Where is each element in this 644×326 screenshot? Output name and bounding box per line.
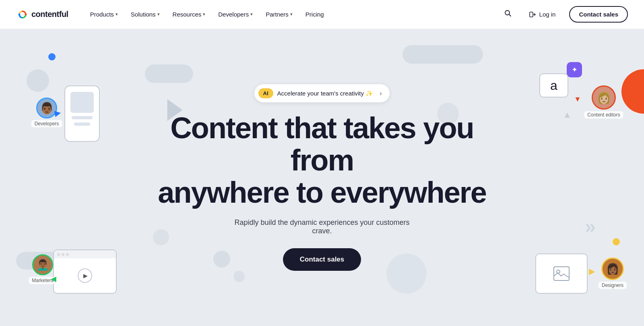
- phone-image-rect: [70, 92, 94, 113]
- browser-mockup: ▶: [53, 249, 117, 294]
- bbar-dot-1: [57, 253, 60, 256]
- yellow-arrow-icon: ▶: [589, 266, 595, 276]
- search-button[interactable]: [501, 6, 515, 23]
- developers-card: 👨🏾 Developers ▶: [40, 85, 105, 150]
- ai-badge-text: Accelerate your team's creativity ✨: [277, 90, 374, 97]
- logo-text: contentful: [31, 10, 68, 19]
- nav-item-pricing[interactable]: Pricing: [300, 8, 330, 21]
- marketer-avatar: 👨🏾‍🦱: [32, 254, 53, 275]
- svg-rect-4: [530, 12, 533, 17]
- hero-subtitle: Rapidly build the dynamic experiences yo…: [229, 218, 415, 235]
- deco-pill-2: [402, 45, 483, 64]
- editors-label: Content editors: [584, 111, 623, 118]
- editor-avatar-wrap: 👩🏼 Content editors: [592, 85, 616, 110]
- browser-body: ▶: [54, 258, 116, 293]
- developer-avatar: 👨🏾: [36, 98, 57, 118]
- editor-avatar: 👩🏼: [592, 85, 616, 110]
- yellow-dot: [613, 238, 620, 245]
- deco-circle-4: [233, 271, 245, 282]
- designer-avatar: 👩🏾: [601, 257, 624, 280]
- nav-item-solutions[interactable]: Solutions ▾: [125, 8, 165, 21]
- image-mockup: [535, 253, 588, 294]
- hero-title: Content that takes you from anywhere to …: [157, 112, 487, 209]
- nav-links: Products ▾ Solutions ▾ Resources ▾ Devel…: [85, 8, 501, 21]
- logo[interactable]: contentful: [16, 8, 68, 21]
- ai-badge[interactable]: AI Accelerate your team's creativity ✨ ›: [254, 84, 390, 102]
- developer-avatar-wrap: 👨🏾 Developers: [36, 98, 57, 118]
- image-placeholder-icon: [553, 266, 570, 281]
- bbar-dot-2: [62, 253, 64, 256]
- login-icon: [529, 11, 536, 18]
- browser-bar: [54, 250, 116, 258]
- editors-card: ✦ a ▼ 👩🏼 Content editors: [564, 77, 612, 118]
- orange-blob: [621, 69, 644, 114]
- svg-point-0: [16, 8, 29, 21]
- nav-item-partners[interactable]: Partners ▾: [260, 8, 298, 21]
- chevron-down-icon: ▾: [116, 12, 118, 17]
- nav-item-resources[interactable]: Resources ▾: [167, 8, 211, 21]
- deco-chevron-right-double: »: [585, 215, 596, 237]
- search-icon: [504, 9, 512, 17]
- red-arrow-icon: ▼: [574, 95, 581, 104]
- hero-cta-button[interactable]: Contact sales: [283, 248, 361, 271]
- chevron-down-icon: ▾: [157, 12, 160, 17]
- nav-right: Log in Contact sales: [501, 6, 628, 23]
- hero-section: ◀ ▲ » AI Accelerate your team's creativi…: [0, 29, 644, 326]
- play-button-icon: ▶: [78, 268, 92, 283]
- ai-badge-label: AI: [258, 88, 273, 98]
- designers-label: Designers: [599, 282, 627, 289]
- svg-point-2: [25, 13, 27, 15]
- svg-point-1: [19, 13, 21, 15]
- marketer-avatar-wrap: 👨🏾‍🦱 Marketers: [32, 254, 53, 275]
- sparkle-box: ✦: [567, 62, 582, 77]
- chevron-down-icon: ▾: [203, 12, 205, 17]
- designer-avatar-wrap: 👩🏾 Designers: [601, 257, 624, 280]
- chevron-down-icon: ▾: [250, 12, 253, 17]
- svg-point-3: [505, 10, 510, 15]
- marketers-card: 👨🏾‍🦱 Marketers ◀ ▶: [32, 249, 121, 302]
- designers-card: ▶ 👩🏾 Designers: [535, 253, 616, 302]
- phone-line-2: [74, 123, 90, 126]
- login-button[interactable]: Log in: [523, 8, 561, 21]
- deco-pill-1: [145, 64, 193, 83]
- chevron-down-icon: ▾: [290, 12, 293, 17]
- blue-arrow-icon: ▶: [54, 108, 62, 118]
- hero-content: AI Accelerate your team's creativity ✨ ›…: [157, 84, 487, 271]
- svg-rect-5: [554, 267, 569, 280]
- deco-circle-2: [48, 53, 56, 60]
- letter-a-box: a: [539, 73, 568, 98]
- bbar-dot-3: [66, 253, 69, 256]
- ai-badge-arrow-icon: ›: [380, 90, 382, 97]
- logo-icon: [16, 8, 29, 21]
- nav-item-products[interactable]: Products ▾: [85, 8, 124, 21]
- developers-label: Developers: [31, 120, 62, 127]
- phone-line-1: [72, 116, 93, 119]
- navbar: contentful Products ▾ Solutions ▾ Resour…: [0, 0, 644, 29]
- nav-item-developers[interactable]: Developers ▾: [213, 8, 258, 21]
- contact-sales-nav-button[interactable]: Contact sales: [569, 6, 628, 23]
- green-arrow-icon: ◀: [51, 274, 56, 283]
- phone-mockup: [64, 85, 100, 142]
